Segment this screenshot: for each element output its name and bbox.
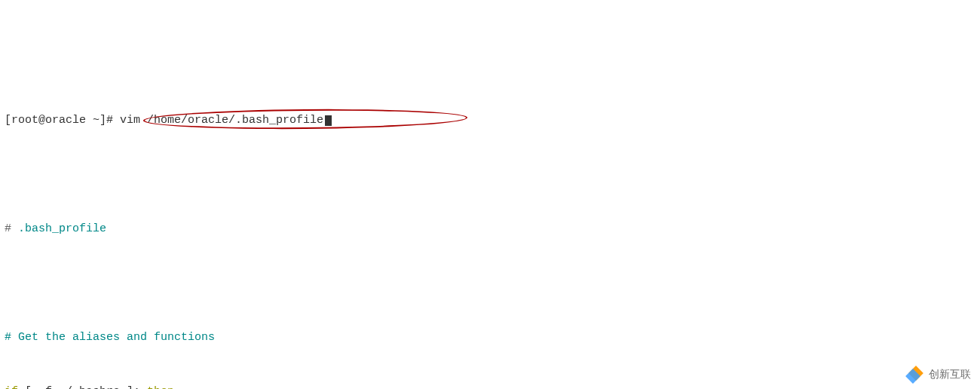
if-keyword: if (5, 385, 18, 389)
if-line: if [ -f ~/.bashrc ]; then (5, 383, 975, 389)
watermark: 创新互联 (906, 365, 971, 383)
prompt-userhost: [root@oracle ~]# (5, 112, 113, 130)
if-condition: [ -f ~/.bashrc ]; (18, 385, 140, 389)
watermark-logo-icon (906, 365, 924, 383)
terminal-area[interactable]: [root@oracle ~]# vim /home/oracle/.bash_… (0, 72, 980, 389)
hash-symbol: # (5, 222, 11, 235)
comment-bash-profile: # .bash_profile (5, 220, 975, 238)
then-keyword: then (140, 385, 174, 389)
blank-line (5, 274, 975, 293)
watermark-text: 创新互联 (929, 366, 971, 382)
blank-line (5, 166, 975, 184)
comment-text: .bash_profile (11, 222, 106, 235)
comment-aliases: # Get the aliases and functions (5, 329, 975, 347)
prompt-line: [root@oracle ~]# vim /home/oracle/.bash_… (5, 112, 975, 130)
